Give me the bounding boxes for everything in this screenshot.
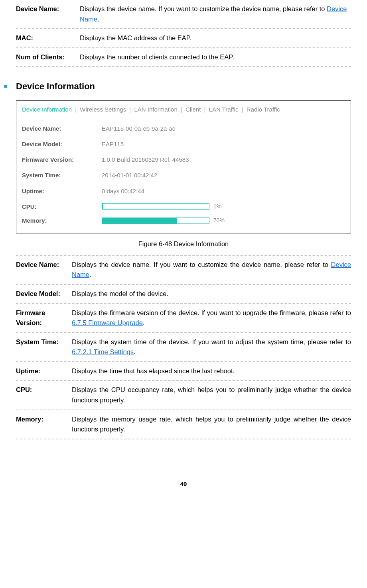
row-desc-system-time: Displays the system time of the device. … — [72, 337, 351, 357]
memory-bar-wrap: 70% — [102, 216, 225, 225]
table-row: Device Model: Displays the model of the … — [16, 285, 351, 304]
info-row-device-model: Device Model: EAP115 — [22, 139, 345, 149]
panel-tabs: Device Information | Wireless Settings |… — [22, 105, 345, 119]
info-value: 1.0.0 Build 20160329 Rel. 44583 — [102, 155, 189, 164]
info-row-uptime: Uptime: 0 days 00:42:44 — [22, 186, 345, 196]
info-label: Firmware Version: — [22, 155, 102, 164]
row-label-firmware: Firmware Version: — [16, 308, 72, 328]
table-row: Device Name: Displays the device name. I… — [16, 0, 351, 29]
time-settings-link[interactable]: 6.7.2.1 Time Settings — [72, 348, 134, 355]
row-desc-device-name: Displays the device name. If you want to… — [72, 260, 351, 280]
table-row: Memory: Displays the memory usage rate, … — [16, 410, 351, 439]
row-label-device-name: Device Name: — [16, 4, 80, 24]
table-row: Uptime: Displays the time that has elaps… — [16, 362, 351, 381]
row-desc-uptime: Displays the time that has elapsed since… — [72, 366, 351, 376]
tab-client[interactable]: Client — [185, 106, 201, 113]
table-row: Num of Clients: Displays the number of c… — [16, 48, 351, 67]
table-row: System Time: Displays the system time of… — [16, 333, 351, 362]
tab-separator: | — [75, 106, 77, 113]
table-row: Firmware Version: Displays the firmware … — [16, 304, 351, 333]
info-row-memory: Memory: 70% — [22, 216, 345, 225]
row-label-device-name: Device Name: — [16, 260, 72, 280]
text-segment: Displays the device name. If you want to… — [80, 5, 327, 12]
row-label-system-time: System Time: — [16, 337, 72, 357]
row-label-mac: MAC: — [16, 33, 80, 43]
info-label: Memory: — [22, 216, 102, 225]
info-value: 2014-01-01 00:42:42 — [102, 171, 157, 180]
text-segment: . — [134, 348, 136, 355]
memory-percent: 70% — [213, 216, 225, 225]
tab-lan-traffic[interactable]: LAN Traffic — [209, 106, 239, 113]
row-label-num-clients: Num of Clients: — [16, 52, 80, 63]
device-info-panel: Device Information | Wireless Settings |… — [16, 100, 351, 233]
info-label: CPU: — [22, 202, 102, 211]
text-segment: . — [89, 271, 91, 278]
info-row-device-name: Device Name: EAP115-00-0a-eb-9a-2a-ac — [22, 124, 345, 133]
text-segment: Displays the system time of the device. … — [72, 338, 351, 345]
text-segment: Displays the firmware version of the dev… — [72, 309, 351, 316]
info-label: System Time: — [22, 171, 102, 180]
row-desc-cpu: Displays the CPU occupancy rate, which h… — [72, 385, 351, 405]
section-title: Device Information — [16, 80, 95, 93]
memory-bar — [102, 218, 209, 224]
section-heading: Device Information — [16, 80, 351, 93]
top-definition-table: Device Name: Displays the device name. I… — [16, 0, 351, 67]
info-row-cpu: CPU: 1% — [22, 202, 345, 211]
bullet-icon — [4, 85, 7, 88]
text-segment: . — [143, 319, 145, 326]
info-label: Device Model: — [22, 139, 102, 149]
row-desc-num-clients: Displays the number of clients connected… — [80, 52, 351, 63]
table-row: CPU: Displays the CPU occupancy rate, wh… — [16, 381, 351, 410]
tab-wireless-settings[interactable]: Wireless Settings — [80, 106, 126, 113]
row-desc-device-name: Displays the device name. If you want to… — [80, 4, 351, 24]
info-label: Device Name: — [22, 124, 102, 133]
text-segment: . — [97, 16, 99, 23]
cpu-percent: 1% — [213, 202, 221, 211]
text-segment: Displays the device name. If you want to… — [72, 261, 331, 268]
info-row-system-time: System Time: 2014-01-01 00:42:42 — [22, 171, 345, 180]
memory-bar-fill — [102, 218, 177, 223]
cpu-bar-fill — [102, 204, 103, 209]
tab-separator: | — [129, 106, 131, 113]
row-label-memory: Memory: — [16, 414, 72, 435]
row-desc-mac: Displays the MAC address of the EAP. — [80, 33, 351, 43]
figure-caption: Figure 6-48 Device Information — [16, 239, 351, 249]
row-label-uptime: Uptime: — [16, 366, 72, 376]
page-number: 49 — [16, 479, 351, 488]
row-label-device-model: Device Model: — [16, 289, 72, 299]
tab-separator: | — [242, 106, 243, 113]
tab-radio-traffic[interactable]: Radio Traffic — [247, 106, 280, 113]
cpu-bar — [102, 203, 209, 210]
info-label: Uptime: — [22, 186, 102, 196]
tab-device-information[interactable]: Device Information — [22, 106, 72, 113]
firmware-upgrade-link[interactable]: 6.7.5 Firmware Upgrade — [72, 319, 143, 326]
row-desc-memory: Displays the memory usage rate, which he… — [72, 414, 351, 435]
info-value: 0 days 00:42:44 — [102, 186, 144, 196]
table-row: MAC: Displays the MAC address of the EAP… — [16, 29, 351, 48]
info-value: EAP115-00-0a-eb-9a-2a-ac — [102, 124, 175, 133]
table-row: Device Name: Displays the device name. I… — [16, 255, 351, 285]
tab-lan-information[interactable]: LAN Information — [134, 106, 177, 113]
info-row-firmware: Firmware Version: 1.0.0 Build 20160329 R… — [22, 155, 345, 164]
row-desc-device-model: Displays the model of the device. — [72, 289, 351, 299]
tab-separator: | — [181, 106, 182, 113]
info-value: EAP115 — [102, 139, 124, 149]
device-info-definition-table: Device Name: Displays the device name. I… — [16, 255, 351, 439]
cpu-bar-wrap: 1% — [102, 202, 221, 211]
row-label-cpu: CPU: — [16, 385, 72, 405]
tab-separator: | — [204, 106, 206, 113]
row-desc-firmware: Displays the firmware version of the dev… — [72, 308, 351, 328]
